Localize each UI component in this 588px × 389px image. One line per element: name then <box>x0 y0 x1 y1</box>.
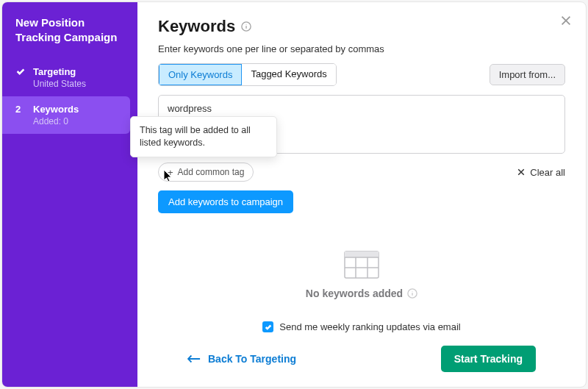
arrow-left-icon <box>187 354 201 363</box>
textarea-actions: + Add common tag Clear all <box>158 163 565 182</box>
page-title: Keywords <box>158 17 565 36</box>
x-icon <box>517 168 526 176</box>
checkmark-icon <box>15 66 26 76</box>
tabs-row: Only Keywords Tagged Keywords Import fro… <box>158 63 565 86</box>
modal-container: New Position Tracking Campaign Targeting… <box>1 1 587 388</box>
info-icon[interactable] <box>241 21 251 32</box>
step-number: 2 <box>15 104 26 115</box>
email-updates-checkbox[interactable] <box>262 321 273 332</box>
empty-state-text: No keywords added <box>306 288 417 299</box>
cursor-icon <box>163 169 173 182</box>
email-updates-row[interactable]: Send me weekly ranking updates via email <box>158 321 565 332</box>
empty-state: No keywords added <box>158 213 565 321</box>
tab-tagged-keywords[interactable]: Tagged Keywords <box>242 64 335 85</box>
info-icon[interactable] <box>407 288 417 299</box>
page-subtitle: Enter keywords one per line or separated… <box>158 43 565 54</box>
step-subtext: Added: 0 <box>33 116 117 126</box>
footer-row: Back To Targeting Start Tracking <box>158 346 565 372</box>
close-button[interactable] <box>556 11 576 32</box>
tab-only-keywords[interactable]: Only Keywords <box>159 64 242 85</box>
start-tracking-button[interactable]: Start Tracking <box>441 346 536 372</box>
wizard-step-targeting[interactable]: Targeting United States <box>2 59 137 96</box>
checkmark-icon <box>265 324 272 331</box>
empty-table-icon <box>344 251 379 279</box>
modal-title: New Position Tracking Campaign <box>2 15 137 59</box>
wizard-step-keywords[interactable]: 2 Keywords Added: 0 <box>2 96 130 134</box>
tabs-group: Only Keywords Tagged Keywords <box>158 63 337 86</box>
wizard-sidebar: New Position Tracking Campaign Targeting… <box>2 2 137 387</box>
tooltip: This tag will be added to all listed key… <box>130 116 277 157</box>
step-label: Keywords <box>33 104 79 115</box>
import-button[interactable]: Import from... <box>490 64 565 85</box>
add-tag-label: Add common tag <box>178 167 245 177</box>
clear-all-button[interactable]: Clear all <box>517 167 565 178</box>
step-subtext: United States <box>33 79 124 89</box>
step-label: Targeting <box>33 66 76 77</box>
checkbox-label: Send me weekly ranking updates via email <box>279 321 460 332</box>
back-label: Back To Targeting <box>208 353 296 365</box>
clear-label: Clear all <box>530 167 565 178</box>
add-keywords-button[interactable]: Add keywords to campaign <box>158 190 293 213</box>
svg-rect-2 <box>345 251 379 257</box>
main-content: Keywords Enter keywords one per line or … <box>137 2 586 387</box>
close-icon <box>559 14 573 27</box>
back-button[interactable]: Back To Targeting <box>187 353 296 365</box>
